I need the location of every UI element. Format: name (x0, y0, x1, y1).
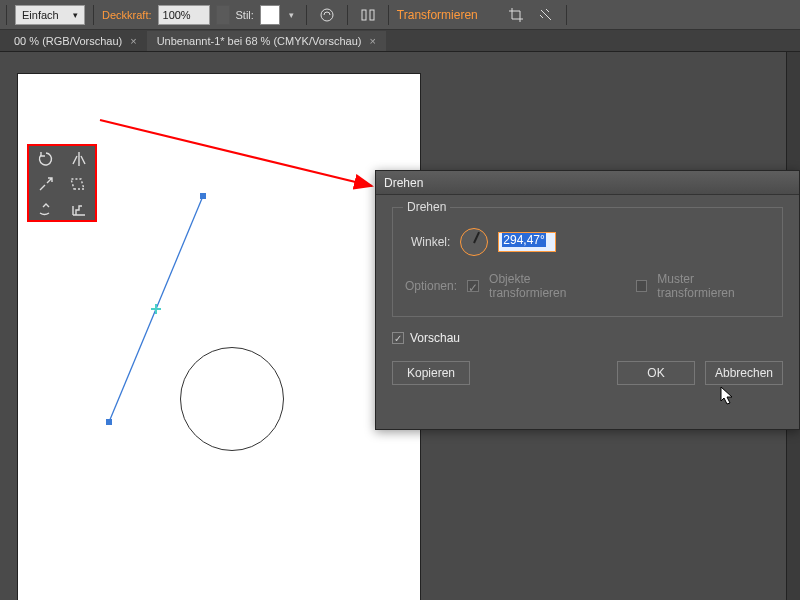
app-toolbar: Einfach ▾ Deckkraft: 100% Stil: ▾ Transf… (0, 0, 800, 30)
opacity-stepper[interactable] (216, 5, 230, 25)
stroke-style-select[interactable]: Einfach ▾ (15, 5, 85, 25)
toolbar-separator (93, 5, 94, 25)
rotate-fieldset: Drehen Winkel: 294,47° Optionen: ✓ Objek… (392, 207, 783, 317)
copy-button[interactable]: Kopieren (392, 361, 470, 385)
opacity-input[interactable]: 100% (158, 5, 210, 25)
toolbar-separator (347, 5, 348, 25)
svg-rect-1 (362, 10, 366, 20)
recolor-icon[interactable] (315, 3, 339, 27)
angle-label: Winkel: (411, 235, 450, 249)
tab-label: 00 % (RGB/Vorschau) (14, 35, 122, 47)
preview-checkbox[interactable]: ✓ (392, 332, 404, 344)
reflect-tool[interactable] (62, 146, 95, 171)
dialog-title: Drehen (384, 176, 423, 190)
align-icon[interactable] (356, 3, 380, 27)
crop-icon[interactable] (504, 3, 528, 27)
option-transform-objects: Objekte transformieren (489, 272, 606, 300)
angle-input[interactable]: 294,47° (498, 232, 556, 252)
close-icon[interactable]: × (370, 35, 376, 47)
fieldset-legend: Drehen (403, 200, 450, 214)
style-swatch[interactable] (260, 5, 280, 25)
free-transform-tool[interactable] (62, 196, 95, 221)
toolbar-separator (388, 5, 389, 25)
angle-value: 294,47° (502, 233, 546, 247)
opacity-label: Deckkraft: (102, 9, 152, 21)
opacity-value: 100% (163, 9, 191, 21)
checkbox-disabled: ✓ (467, 280, 479, 292)
rotate-tool[interactable] (29, 146, 62, 171)
angle-dial[interactable] (460, 228, 488, 256)
svg-point-0 (321, 9, 333, 21)
document-tab[interactable]: 00 % (RGB/Vorschau) × (4, 31, 147, 51)
option-transform-patterns: Muster transformieren (657, 272, 770, 300)
toolbar-separator (566, 5, 567, 25)
preview-label: Vorschau (410, 331, 460, 345)
scale-tool[interactable] (29, 171, 62, 196)
style-label: Stil: (236, 9, 254, 21)
cancel-button[interactable]: Abbrechen (705, 361, 783, 385)
toolbar-separator (306, 5, 307, 25)
reshape-tool[interactable] (29, 196, 62, 221)
document-tab[interactable]: Unbenannt-1* bei 68 % (CMYK/Vorschau) × (147, 31, 386, 51)
document-tabbar: 00 % (RGB/Vorschau) × Unbenannt-1* bei 6… (0, 30, 800, 52)
ok-button[interactable]: OK (617, 361, 695, 385)
isolate-icon[interactable] (534, 3, 558, 27)
transform-menu[interactable]: Transformieren (397, 8, 478, 22)
style-swatch-dropdown[interactable]: ▾ (286, 5, 298, 25)
stroke-style-value: Einfach (22, 9, 59, 21)
close-icon[interactable]: × (130, 35, 136, 47)
tab-label: Unbenannt-1* bei 68 % (CMYK/Vorschau) (157, 35, 362, 47)
checkbox-disabled (636, 280, 648, 292)
circle-shape[interactable] (180, 347, 284, 451)
toolbar-separator (6, 5, 7, 25)
dialog-titlebar[interactable]: Drehen (376, 171, 799, 195)
anchor-handle[interactable] (106, 419, 112, 425)
shear-tool[interactable] (62, 171, 95, 196)
rotation-center[interactable] (151, 304, 161, 314)
transform-tool-panel (27, 144, 97, 222)
anchor-handle[interactable] (200, 193, 206, 199)
rotate-dialog: Drehen Drehen Winkel: 294,47° Optionen: … (375, 170, 800, 430)
chevron-down-icon: ▾ (73, 10, 78, 20)
options-label: Optionen: (405, 279, 457, 293)
svg-rect-2 (370, 10, 374, 20)
